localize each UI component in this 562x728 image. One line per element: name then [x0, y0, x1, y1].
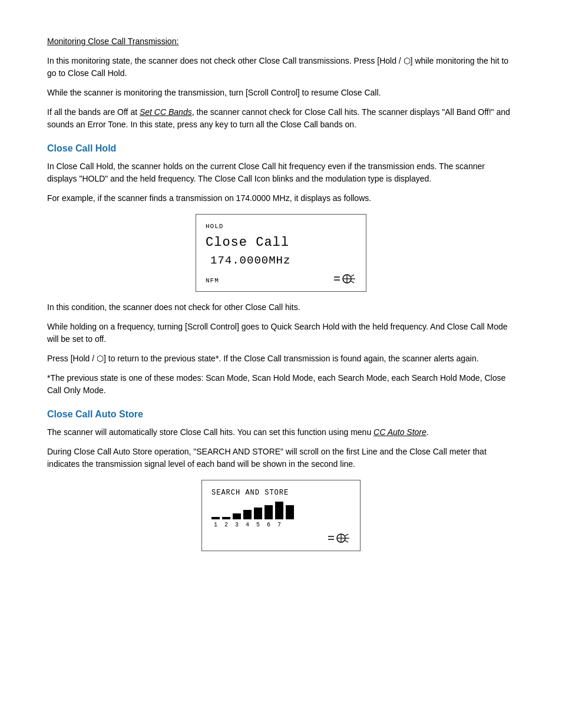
monitoring-heading: Monitoring Close Call Transmission: — [47, 35, 515, 48]
monitoring-p1: In this monitoring state, the scanner do… — [47, 55, 515, 80]
monitoring-p2: While the scanner is monitoring the tran… — [47, 87, 515, 99]
bar-5 — [254, 508, 262, 519]
bar-6 — [265, 505, 273, 519]
bar-label-6: 6 — [265, 521, 273, 529]
close-call-hold-p1: In Close Call Hold, the scanner holds on… — [47, 160, 515, 185]
cc-icon — [334, 272, 356, 285]
display-mod-text: NFM — [206, 276, 219, 286]
close-call-auto-section: Close Call Auto Store The scanner will a… — [47, 407, 515, 551]
monitoring-section: Monitoring Close Call Transmission: In t… — [47, 35, 515, 131]
close-call-auto-p1: The scanner will automatically store Clo… — [47, 426, 515, 439]
bar-7 — [275, 502, 283, 519]
monitoring-p3: If all the bands are Off at Set CC Bands… — [47, 106, 515, 131]
close-call-auto-heading: Close Call Auto Store — [47, 407, 515, 421]
display-hold-text: HOLD — [206, 222, 356, 232]
bar-label-2: 2 — [222, 521, 230, 529]
bar-8 — [286, 505, 294, 519]
close-call-hold-p5: Press [Hold / ⬡] to return to the previo… — [47, 353, 515, 365]
close-call-hold-p6: *The previous state is one of these mode… — [47, 372, 515, 397]
close-call-icon-svg — [334, 272, 356, 285]
search-title: SEARCH AND STORE — [211, 487, 351, 498]
close-call-hold-p3: In this condition, the scanner does not … — [47, 301, 515, 314]
scanner-display-1: HOLD Close Call 174.0000MHz NFM — [196, 214, 366, 292]
display-bottom-row: NFM — [206, 272, 356, 285]
bar-2 — [222, 517, 230, 519]
close-call-auto-p2: During Close Call Auto Store operation, … — [47, 446, 515, 470]
bar-4 — [243, 510, 252, 519]
scanner-display-2: SEARCH AND STORE 1 2 3 4 5 6 7 — [201, 480, 361, 551]
close-call-hold-p2: For example, if the scanner finds a tran… — [47, 192, 515, 205]
bar-labels: 1 2 3 4 5 6 7 — [211, 521, 351, 529]
bar-label-3: 3 — [233, 521, 241, 529]
bar-label-7: 7 — [275, 521, 283, 529]
page-content: Monitoring Close Call Transmission: In t… — [47, 35, 515, 551]
svg-line-7 — [351, 281, 354, 283]
bar-label-1: 1 — [211, 521, 220, 529]
svg-line-13 — [345, 534, 348, 536]
svg-line-15 — [345, 541, 348, 542]
bar-label-5: 5 — [254, 521, 262, 529]
close-call-hold-p4: While holding on a frequency, turning [S… — [47, 321, 515, 345]
display-main-text: Close Call — [206, 233, 356, 252]
bar-1 — [211, 517, 220, 519]
close-call-hold-section: Close Call Hold In Close Call Hold, the … — [47, 141, 515, 397]
close-call-hold-heading: Close Call Hold — [47, 141, 515, 156]
display2-bottom-row — [211, 532, 351, 545]
svg-line-5 — [351, 275, 354, 276]
bar-3 — [233, 513, 241, 519]
cc-icon-2-svg — [328, 532, 351, 545]
display-freq-text: 174.0000MHz — [206, 252, 356, 269]
signal-bars — [211, 502, 351, 519]
bar-label-4: 4 — [243, 521, 252, 529]
